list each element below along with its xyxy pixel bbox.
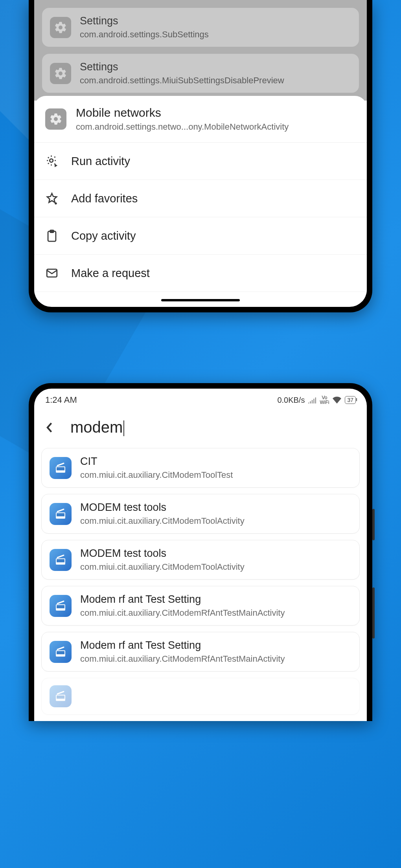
search-input[interactable]: modem (70, 418, 124, 436)
list-item-title: Modem rf ant Test Setting (80, 639, 285, 651)
svg-rect-5 (57, 467, 64, 470)
list-item-sub: com.miui.cit.auxiliary.CitModemToolActiv… (80, 516, 245, 526)
battery-indicator: 37 (345, 396, 356, 404)
clipboard-icon (45, 229, 59, 242)
sheet-header: Mobile networks com.android.settings.net… (34, 96, 367, 143)
list-item-title: Settings (80, 15, 209, 27)
background-activity-list: Settings com.android.settings.SubSetting… (34, 0, 367, 101)
status-bar: 1:24 AM 0.0KB/s VoWiFi 37 (34, 389, 367, 409)
list-item: Settings com.android.settings.MiuiSubSet… (42, 54, 359, 93)
list-item-sub: com.miui.cit.auxiliary.CitModemToolActiv… (80, 562, 245, 572)
cit-app-icon (50, 549, 72, 571)
list-item[interactable]: Modem rf ant Test Setting com.miui.cit.a… (41, 632, 360, 672)
list-item[interactable]: CIT com.miui.cit.auxiliary.CitModemToolT… (41, 448, 360, 488)
list-item-sub: com.android.settings.MiuiSubSettingsDisa… (80, 75, 284, 86)
list-item-sub: com.miui.cit.auxiliary.CitModemRfAntTest… (80, 654, 285, 664)
make-request-button[interactable]: Make a request (34, 255, 367, 292)
network-speed: 0.0KB/s (277, 396, 305, 405)
back-button[interactable] (45, 422, 56, 433)
gear-icon (45, 108, 66, 130)
list-item: Settings com.android.settings.SubSetting… (42, 8, 359, 47)
run-activity-button[interactable]: Run activity (34, 143, 367, 180)
home-indicator[interactable] (161, 299, 240, 301)
status-time: 1:24 AM (45, 395, 77, 405)
menu-item-label: Run activity (71, 155, 130, 168)
cit-app-icon (50, 685, 72, 707)
list-item-title: Settings (80, 61, 284, 73)
vowifi-indicator: VoWiFi (320, 395, 329, 405)
search-results-list: CIT com.miui.cit.auxiliary.CitModemToolT… (34, 448, 367, 715)
signal-icon (308, 396, 316, 404)
star-plus-icon (45, 192, 59, 205)
list-item-sub: com.miui.cit.auxiliary.CitModemToolTest (80, 470, 233, 480)
list-item-title (80, 690, 83, 703)
list-item[interactable]: MODEM test tools com.miui.cit.auxiliary.… (41, 494, 360, 534)
svg-rect-15 (57, 696, 64, 699)
menu-item-label: Add favorites (71, 192, 138, 205)
copy-activity-button[interactable]: Copy activity (34, 217, 367, 255)
sheet-subtitle: com.android.settings.netwo...ony.MobileN… (76, 122, 289, 132)
svg-rect-9 (57, 559, 64, 562)
cit-app-icon (50, 457, 72, 479)
svg-rect-11 (57, 605, 64, 608)
svg-rect-13 (57, 651, 64, 654)
context-menu-sheet: Mobile networks com.android.settings.net… (34, 96, 367, 301)
cit-app-icon (50, 595, 72, 617)
list-item-title: Modem rf ant Test Setting (80, 593, 285, 606)
svg-point-0 (50, 159, 53, 162)
list-item-sub: com.android.settings.SubSettings (80, 29, 209, 40)
list-item[interactable] (41, 678, 360, 715)
cit-app-icon (50, 503, 72, 525)
list-item[interactable]: Modem rf ant Test Setting com.miui.cit.a… (41, 586, 360, 626)
add-favorites-button[interactable]: Add favorites (34, 180, 367, 217)
list-item-sub: com.miui.cit.auxiliary.CitModemRfAntTest… (80, 608, 285, 618)
menu-item-label: Make a request (71, 267, 150, 280)
gear-icon (50, 17, 71, 38)
svg-rect-7 (57, 513, 64, 516)
mail-icon (45, 266, 59, 280)
list-item-title: MODEM test tools (80, 501, 245, 514)
gear-play-icon (45, 154, 59, 168)
cit-app-icon (50, 641, 72, 663)
list-item-title: MODEM test tools (80, 547, 245, 560)
sheet-title: Mobile networks (76, 106, 289, 119)
list-item-title: CIT (80, 455, 233, 468)
gear-icon (50, 63, 71, 84)
menu-item-label: Copy activity (71, 229, 136, 242)
list-item[interactable]: MODEM test tools com.miui.cit.auxiliary.… (41, 540, 360, 580)
wifi-icon (332, 396, 342, 404)
